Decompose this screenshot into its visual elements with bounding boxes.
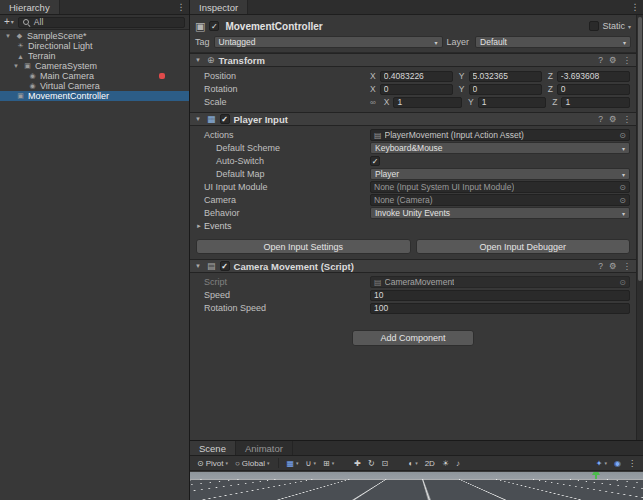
tree-row-terrain[interactable]: ▲ Terrain xyxy=(0,51,189,61)
input-action-asset-icon: ▤ xyxy=(374,131,382,140)
tab-animator[interactable]: Animator xyxy=(236,441,293,455)
position-x-field[interactable] xyxy=(380,71,453,82)
tree-row-directional-light[interactable]: ☀ Directional Light xyxy=(0,41,189,51)
static-checkbox[interactable] xyxy=(589,21,599,31)
auto-switch-checkbox[interactable]: ✓ xyxy=(370,156,380,166)
object-picker-icon[interactable]: ⊙ xyxy=(619,196,626,205)
foldout-closed-icon[interactable]: ► xyxy=(196,223,204,229)
foldout-open-icon[interactable]: ▼ xyxy=(195,116,203,122)
add-component-button[interactable]: Add Component xyxy=(352,330,474,346)
rotation-speed-field[interactable] xyxy=(370,303,630,314)
lighting-toggle-button[interactable]: ☀ xyxy=(440,457,451,469)
y-axis-gizmo[interactable] xyxy=(591,472,601,487)
help-icon[interactable]: ? xyxy=(598,114,603,124)
snap-increment-button[interactable]: ⊞ ▾ xyxy=(321,457,336,469)
behavior-dropdown[interactable]: Invoke Unity Events ▾ xyxy=(370,207,630,219)
foldout-open-icon[interactable]: ▼ xyxy=(12,63,20,69)
scrollbar-thumb[interactable] xyxy=(638,17,642,281)
active-checkbox[interactable]: ✓ xyxy=(209,21,219,31)
player-input-body: Actions ▤ PlayerMovement (Input Action A… xyxy=(190,126,636,236)
position-y-field[interactable] xyxy=(469,71,542,82)
tree-row-virtual-camera[interactable]: ◉ Virtual Camera xyxy=(0,81,189,91)
tab-inspector[interactable]: Inspector xyxy=(190,0,248,14)
position-z-field[interactable] xyxy=(557,71,630,82)
gizmos-toggle-button[interactable]: ◉ xyxy=(612,457,623,469)
layer-value: Default xyxy=(480,37,507,47)
ui-input-module-field[interactable]: None (Input System UI Input Module) ⊙ xyxy=(370,181,630,193)
rotation-z-field[interactable] xyxy=(557,84,630,95)
object-picker-icon[interactable]: ⊙ xyxy=(619,131,626,140)
default-scheme-dropdown[interactable]: Keyboard&Mouse ▾ xyxy=(370,142,630,154)
rotation-y-field[interactable] xyxy=(469,84,542,95)
default-map-dropdown[interactable]: Player ▾ xyxy=(370,168,630,180)
hierarchy-search-input[interactable]: All xyxy=(18,17,185,28)
gameobject-cube-icon: ▣ xyxy=(195,20,205,33)
mode-2d-button[interactable]: 2D xyxy=(423,457,437,469)
foldout-open-icon[interactable]: ▼ xyxy=(4,33,12,39)
chevron-down-icon: ▾ xyxy=(415,460,418,466)
component-enabled-checkbox[interactable]: ✓ xyxy=(220,114,230,124)
scale-row: Scale ∞ X Y Z xyxy=(194,96,630,108)
search-filter-label: All xyxy=(34,17,43,27)
help-icon[interactable]: ? xyxy=(598,261,603,271)
foldout-open-icon[interactable]: ▼ xyxy=(195,57,203,63)
frame-selected-button[interactable]: ⊡ xyxy=(380,457,391,469)
inspector-menu-icon[interactable]: ⋮ xyxy=(627,0,643,14)
hierarchy-menu-icon[interactable]: ⋮ xyxy=(173,0,189,14)
gameobject-name[interactable]: MovementController xyxy=(225,21,322,32)
tree-row-camerasystem[interactable]: ▼ ▣ CameraSystem xyxy=(0,61,189,71)
scale-x-field[interactable] xyxy=(393,97,462,108)
camera-object-field[interactable]: None (Camera) ⊙ xyxy=(370,194,630,206)
scale-z-field[interactable] xyxy=(561,97,630,108)
snap-magnet-button[interactable]: ∪ ▾ xyxy=(304,457,318,469)
shading-mode-button[interactable]: ◐ ▾ xyxy=(406,457,419,469)
transform-header[interactable]: ▼ ⊕ Transform ? ⚙ ⋮ xyxy=(190,53,636,67)
open-input-debugger-button[interactable]: Open Input Debugger xyxy=(416,239,631,254)
chevron-down-icon: ▾ xyxy=(313,460,316,466)
preset-icon[interactable]: ⚙ xyxy=(609,114,617,124)
preset-icon[interactable]: ⚙ xyxy=(609,55,617,65)
preset-icon[interactable]: ⚙ xyxy=(609,261,617,271)
static-dropdown-icon[interactable]: ▾ xyxy=(628,23,631,30)
open-input-settings-button[interactable]: Open Input Settings xyxy=(196,239,411,254)
component-menu-icon[interactable]: ⋮ xyxy=(623,261,632,271)
camera-warning-icon[interactable] xyxy=(159,73,165,79)
component-enabled-checkbox[interactable]: ✓ xyxy=(220,261,230,271)
scene-menu-button[interactable]: ⋮ xyxy=(626,457,638,469)
tree-row-scene[interactable]: ▼ ◆ SampleScene* xyxy=(0,31,189,41)
camera-movement-header[interactable]: ▼ ▤ ✓ Camera Movement (Script) ? ⚙ ⋮ xyxy=(190,259,636,273)
position-row: Position X Y Z xyxy=(194,70,630,82)
events-row[interactable]: ► Events xyxy=(194,220,630,232)
orbit-tool-button[interactable]: ↻ xyxy=(366,457,377,469)
layer-dropdown[interactable]: Default ▾ xyxy=(475,36,631,48)
scene-viewport[interactable] xyxy=(190,472,643,500)
actions-object-field[interactable]: ▤ PlayerMovement (Input Action Asset) ⊙ xyxy=(370,129,630,141)
object-picker-icon[interactable]: ⊙ xyxy=(619,183,626,192)
inspector-scrollbar[interactable] xyxy=(636,15,643,440)
scale-y-field[interactable] xyxy=(478,97,547,108)
tree-row-movementcontroller[interactable]: ▣ MovementController xyxy=(0,91,189,101)
foldout-open-icon[interactable]: ▼ xyxy=(195,263,203,269)
axis-y-label: Y xyxy=(459,84,465,94)
chevron-down-icon: ▾ xyxy=(428,39,437,46)
rotation-x-field[interactable] xyxy=(380,84,453,95)
transform-title: Transform xyxy=(219,55,265,66)
component-menu-icon[interactable]: ⋮ xyxy=(623,55,632,65)
audio-toggle-button[interactable]: ♪ xyxy=(454,457,462,469)
pivot-toggle-button[interactable]: ⊙ Pivot ▾ xyxy=(195,457,230,469)
grid-visibility-button[interactable]: ▦ ▾ xyxy=(285,457,301,469)
tab-scene[interactable]: Scene xyxy=(190,441,236,455)
pan-tool-button[interactable]: ✚ xyxy=(352,457,363,469)
create-object-button[interactable]: + ▾ xyxy=(4,17,14,27)
tab-hierarchy[interactable]: Hierarchy xyxy=(0,0,60,14)
help-icon[interactable]: ? xyxy=(598,55,603,65)
component-menu-icon[interactable]: ⋮ xyxy=(623,114,632,124)
tag-dropdown[interactable]: Untagged ▾ xyxy=(214,36,443,48)
actions-label: Actions xyxy=(194,130,370,140)
constrain-proportions-link-icon[interactable]: ∞ xyxy=(370,98,376,107)
speed-field[interactable] xyxy=(370,290,630,301)
global-orientation-button[interactable]: ○ Global ▾ xyxy=(233,457,271,469)
effects-toggle-button[interactable]: ✦ ▾ xyxy=(594,457,609,469)
tree-row-main-camera[interactable]: ◉ Main Camera xyxy=(0,71,189,81)
player-input-header[interactable]: ▼ ▦ ✓ Player Input ? ⚙ ⋮ xyxy=(190,112,636,126)
